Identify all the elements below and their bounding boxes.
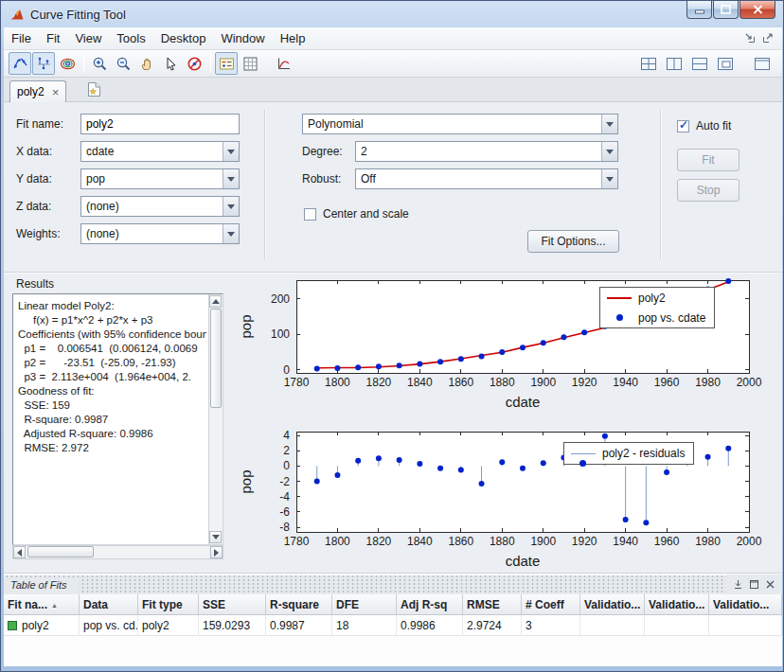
data-cursor-icon[interactable]	[159, 52, 182, 75]
svg-text:cdate: cdate	[506, 394, 541, 410]
column-header-data[interactable]: Data	[80, 594, 138, 615]
fit-name-input[interactable]	[80, 114, 240, 134]
z-data-value: (none)	[81, 197, 223, 216]
table-cell	[709, 615, 782, 636]
scrollbar-thumb[interactable]	[27, 546, 94, 557]
maximize-button[interactable]	[713, 1, 739, 19]
column-header-num-coeff[interactable]: # Coeff	[522, 594, 580, 615]
main-plot-legend[interactable]: poly2 pop vs. cdate	[599, 287, 715, 328]
new-fit-icon[interactable]	[87, 81, 101, 101]
layout-tiled-icon[interactable]	[637, 52, 660, 75]
svg-text:1820: 1820	[366, 535, 392, 548]
x-data-label: X data:	[16, 141, 52, 162]
dock-panel-icon[interactable]	[733, 576, 743, 593]
column-header-validation-1[interactable]: Validatio...	[580, 594, 645, 615]
table-cell: 18	[332, 615, 397, 636]
column-header-fit-name[interactable]: Fit na... ▲	[4, 594, 80, 615]
single-window-icon[interactable]	[751, 52, 774, 75]
layout-left-right-icon[interactable]	[663, 52, 686, 75]
column-header-r-square[interactable]: R-square	[266, 594, 332, 615]
column-header-validation-3[interactable]: Validatio...	[709, 594, 782, 615]
window-title: Curve Fitting Tool	[30, 8, 126, 22]
legend-toggle-icon[interactable]	[215, 52, 238, 75]
tab-poly2[interactable]: poly2 ×	[9, 80, 66, 102]
results-vertical-scrollbar[interactable]	[208, 294, 223, 544]
menu-fit[interactable]: Fit	[39, 27, 67, 49]
layout-floating-icon[interactable]	[714, 52, 737, 75]
results-horizontal-scrollbar[interactable]	[12, 545, 223, 559]
menu-tools[interactable]: Tools	[109, 27, 152, 49]
column-header-sse[interactable]: SSE	[199, 594, 266, 615]
grid-toggle-icon[interactable]	[239, 52, 261, 75]
layout-top-bottom-icon[interactable]	[688, 52, 711, 75]
column-label: # Coeff	[526, 598, 564, 611]
svg-text:-8: -8	[279, 521, 290, 534]
table-row[interactable]: poly2 pop vs. cd... poly2 159.0293 0.998…	[4, 615, 782, 636]
robust-select[interactable]: Off	[355, 168, 618, 189]
fit-type-select[interactable]: Polynomial	[302, 114, 618, 134]
fit-options-button[interactable]: Fit Options...	[527, 230, 619, 253]
column-label: Validatio...	[649, 598, 704, 611]
close-panel-icon[interactable]	[765, 576, 775, 593]
residuals-plot[interactable]: 1780180018201840186018801900192019401960…	[226, 425, 779, 575]
y-data-select[interactable]: pop	[80, 168, 240, 189]
exclude-outliers-icon[interactable]	[183, 52, 205, 75]
close-button[interactable]	[739, 1, 775, 19]
minimize-button[interactable]	[686, 1, 712, 19]
robust-value: Off	[356, 169, 601, 188]
column-header-dfe[interactable]: DFE	[332, 594, 397, 615]
scroll-down-icon[interactable]	[209, 531, 222, 543]
dock-arrow-icon[interactable]	[744, 30, 756, 47]
x-data-select[interactable]: cdate	[80, 141, 240, 162]
table-cell: 159.0293	[199, 615, 266, 636]
zoom-out-icon[interactable]	[112, 52, 134, 75]
column-header-fit-type[interactable]: Fit type	[138, 594, 199, 615]
scroll-left-icon[interactable]	[13, 546, 26, 558]
legend-stem-sample	[570, 453, 597, 454]
axis-limits-icon[interactable]	[272, 52, 294, 75]
pan-icon[interactable]	[135, 52, 158, 75]
zoom-in-icon[interactable]	[88, 52, 111, 75]
main-plot-toggle-icon[interactable]	[9, 52, 31, 75]
column-header-rmse[interactable]: RMSE	[463, 594, 522, 615]
menu-view[interactable]: View	[67, 27, 109, 49]
contour-plot-toggle-icon[interactable]	[56, 52, 79, 75]
x-data-value: cdate	[81, 142, 223, 161]
undock-arrow-icon[interactable]	[762, 30, 774, 47]
results-line: Adjusted R-square: 0.9986	[18, 427, 206, 441]
scrollbar-thumb[interactable]	[210, 309, 222, 408]
table-cell: poly2	[138, 615, 199, 636]
cell-text: 0.9986	[401, 619, 436, 632]
column-header-validation-2[interactable]: Validatio...	[645, 594, 709, 615]
tab-close-icon[interactable]: ×	[52, 86, 60, 98]
main-plot[interactable]: 1780180018201840186018801900192019401960…	[226, 274, 779, 425]
maximize-panel-icon[interactable]	[749, 576, 759, 593]
menu-help[interactable]: Help	[273, 27, 313, 49]
titlebar[interactable]: Curve Fitting Tool	[2, 1, 782, 27]
svg-text:1960: 1960	[654, 535, 680, 548]
z-data-select[interactable]: (none)	[80, 196, 240, 217]
svg-text:200: 200	[271, 292, 290, 306]
table-of-fits-titlebar[interactable]: Table of Fits	[4, 575, 782, 594]
stop-button[interactable]: Stop	[677, 179, 739, 202]
column-header-adj-r-sq[interactable]: Adj R-sq	[397, 594, 463, 615]
degree-select[interactable]: 2	[355, 141, 618, 162]
svg-text:1880: 1880	[490, 535, 515, 548]
residual-plot-toggle-icon[interactable]	[32, 52, 55, 75]
scroll-up-icon[interactable]	[209, 295, 222, 308]
center-and-scale-checkbox[interactable]	[304, 208, 316, 221]
fit-button[interactable]: Fit	[677, 149, 739, 171]
menu-window[interactable]: Window	[213, 27, 272, 49]
residuals-legend[interactable]: poly2 - residuals	[563, 442, 694, 465]
legend-line-sample	[606, 297, 633, 299]
y-data-label: Y data:	[16, 168, 52, 189]
menu-desktop[interactable]: Desktop	[153, 27, 214, 49]
fit-type-value: Polynomial	[303, 115, 601, 133]
auto-fit-checkbox[interactable]	[677, 120, 689, 133]
results-box[interactable]: Linear model Poly2: f(x) = p1*x^2 + p2*x…	[12, 293, 223, 545]
weights-label: Weights:	[16, 223, 60, 244]
scroll-right-icon[interactable]	[210, 546, 223, 558]
menu-file[interactable]: File	[4, 27, 39, 49]
weights-select[interactable]: (none)	[80, 223, 240, 244]
table-cell: 2.9724	[463, 615, 522, 636]
